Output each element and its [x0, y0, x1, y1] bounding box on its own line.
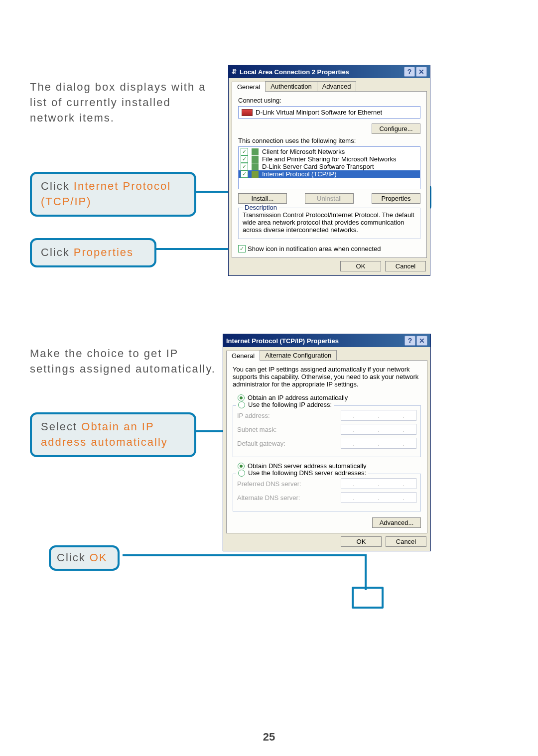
tab-strip: General Authentication Advanced: [232, 81, 427, 91]
radio-use-dns-label: Use the following DNS server addresses:: [248, 469, 366, 477]
protocol-icon: [252, 171, 259, 178]
radio-auto-dns-label: Obtain DNS server address automatically: [248, 462, 366, 470]
subnet-label: Subnet mask:: [237, 426, 277, 433]
network-items-list[interactable]: ✓ Client for Microsoft Networks ✓ File a…: [238, 146, 420, 189]
list-item-label: File and Printer Sharing for Microsoft N…: [262, 155, 396, 163]
callout-text: Select: [41, 420, 77, 433]
items-label: This connection uses the following items…: [238, 137, 420, 144]
gateway-input: ...: [341, 438, 416, 449]
instruction-paragraph-2: Make the choice to get IP settings assig…: [30, 346, 219, 377]
subnet-input: ...: [341, 424, 416, 435]
static-dns-group: Use the following DNS server addresses: …: [233, 474, 421, 511]
callout-highlight: OK: [86, 551, 108, 564]
tab-alt-config[interactable]: Alternate Configuration: [260, 350, 337, 360]
intro-text: You can get IP settings assigned automat…: [233, 366, 421, 388]
dialog-title: Local Area Connection 2 Properties: [240, 68, 349, 76]
page-number: 25: [0, 731, 538, 744]
gateway-label: Default gateway:: [237, 440, 285, 447]
cancel-button[interactable]: Cancel: [386, 536, 426, 547]
client-icon: [252, 148, 259, 155]
service-icon: [252, 156, 259, 163]
adapter-field: D-Link Virtual Miniport Software for Eth…: [238, 106, 420, 119]
static-ip-group: Use the following IP address: IP address…: [233, 405, 421, 457]
dialog-title: Internet Protocol (TCP/IP) Properties: [226, 337, 339, 345]
pointer-line-v: [365, 554, 367, 590]
pref-dns-label: Preferred DNS server:: [237, 480, 301, 488]
properties-button[interactable]: Properties: [372, 193, 420, 204]
help-button[interactable]: ?: [404, 67, 415, 77]
list-item-tcpip[interactable]: ✓ Internet Protocol (TCP/IP): [239, 170, 420, 178]
close-button[interactable]: ✕: [416, 336, 427, 346]
alt-dns-input: ...: [341, 492, 416, 503]
adapter-name: D-Link Virtual Miniport Software for Eth…: [256, 109, 382, 116]
callout-text: Click: [41, 246, 70, 258]
radio-auto-dns[interactable]: [238, 463, 245, 470]
tab-panel-general: Connect using: D-Link Virtual Miniport S…: [232, 91, 427, 258]
radio-auto-ip[interactable]: [238, 394, 245, 401]
titlebar: Internet Protocol (TCP/IP) Properties ? …: [223, 334, 430, 347]
ok-button[interactable]: OK: [341, 536, 382, 547]
callout-highlight: Properties: [70, 246, 134, 258]
help-button[interactable]: ?: [404, 336, 415, 346]
ip-address-label: IP address:: [237, 412, 270, 419]
callout-click-ok: Click OK: [49, 545, 120, 571]
highlight-ok-button: [352, 587, 384, 609]
radio-use-dns[interactable]: [238, 470, 245, 477]
radio-use-ip[interactable]: [238, 401, 245, 408]
install-button[interactable]: Install...: [238, 193, 287, 204]
ok-button[interactable]: OK: [340, 261, 381, 271]
list-item[interactable]: ✓ Client for Microsoft Networks: [239, 148, 420, 155]
configure-button[interactable]: Configure...: [372, 124, 420, 134]
cancel-button[interactable]: Cancel: [385, 261, 426, 271]
list-item-label: Internet Protocol (TCP/IP): [262, 170, 337, 178]
network-icon: ⇵: [232, 68, 237, 75]
advanced-button[interactable]: Advanced...: [372, 517, 421, 528]
titlebar: ⇵ Local Area Connection 2 Properties ? ✕: [229, 65, 430, 78]
transport-icon: [252, 163, 259, 170]
show-icon-checkbox[interactable]: ✓: [238, 245, 246, 252]
callout-text: Click: [57, 551, 86, 564]
tab-strip: General Alternate Configuration: [226, 350, 427, 360]
description-legend: Description: [243, 204, 279, 211]
radio-auto-ip-label: Obtain an IP address automatically: [248, 394, 348, 401]
callout-text: Click: [41, 180, 70, 192]
dialog-lan-properties: ⇵ Local Area Connection 2 Properties ? ✕…: [228, 65, 430, 276]
callout-click-properties: Click Properties: [30, 238, 156, 267]
list-item-label: D-Link Server Card Software Transport: [262, 163, 374, 170]
tab-advanced[interactable]: Advanced: [317, 81, 357, 91]
close-button[interactable]: ✕: [416, 67, 427, 77]
description-group: Description Transmission Control Protoco…: [238, 208, 420, 239]
list-item[interactable]: ✓ D-Link Server Card Software Transport: [239, 163, 420, 170]
connect-using-label: Connect using:: [238, 97, 420, 104]
pointer-line: [123, 554, 367, 556]
list-item[interactable]: ✓ File and Printer Sharing for Microsoft…: [239, 155, 420, 163]
callout-click-tcpip: Click Internet Protocol (TCP/IP): [30, 172, 196, 217]
callout-select-auto-ip: Select Obtain an IP address automaticall…: [30, 412, 196, 457]
alt-dns-label: Alternate DNS server:: [237, 494, 300, 502]
tab-general[interactable]: General: [232, 82, 266, 92]
radio-use-ip-label: Use the following IP address:: [248, 401, 332, 408]
list-item-label: Client for Microsoft Networks: [262, 148, 345, 155]
instruction-paragraph-1: The dialog box displays with a list of c…: [30, 80, 219, 126]
tab-panel-general: You can get IP settings assigned automat…: [226, 360, 427, 533]
ip-address-input: ...: [341, 410, 416, 421]
nic-icon: [242, 109, 253, 116]
tab-authentication[interactable]: Authentication: [265, 81, 317, 91]
dialog-tcpip-properties: Internet Protocol (TCP/IP) Properties ? …: [223, 334, 431, 551]
description-text: Transmission Control Protocol/Internet P…: [243, 211, 416, 234]
tab-general[interactable]: General: [226, 351, 260, 361]
show-icon-label: Show icon in notification area when conn…: [248, 245, 381, 252]
uninstall-button: Uninstall: [305, 193, 354, 204]
pref-dns-input: ...: [341, 478, 416, 489]
